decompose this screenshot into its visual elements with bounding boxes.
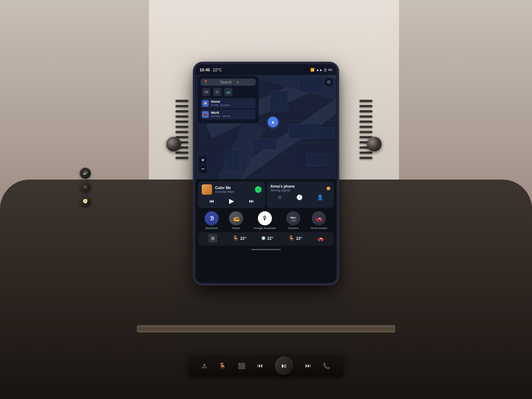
search-icon: 📍 <box>204 80 220 84</box>
vent-slat <box>175 151 188 154</box>
work-dest-icon: 💼 <box>202 111 209 118</box>
camera-app[interactable]: 📷 Camera <box>286 211 300 230</box>
left-vent <box>175 96 188 163</box>
work-dest-info: Work 16 min · 12 km <box>211 111 254 118</box>
infotainment-screen: 10:45 22°C 📶 ▲▲ ||| 4G 📍 Search <box>196 65 336 283</box>
radio-app-label: Radio <box>232 226 240 230</box>
location-icon: ▲ <box>268 117 278 127</box>
vent-slat <box>175 126 188 128</box>
play-control[interactable]: ▶ <box>229 197 234 205</box>
vent-slat <box>359 131 372 133</box>
passenger-temp-control[interactable]: 🪑 22° <box>288 235 302 241</box>
status-temperature: 22°C <box>213 68 222 72</box>
current-location-arrow: ▲ <box>268 117 278 127</box>
map-building <box>299 76 323 92</box>
passenger-seat-icon: 🪑 <box>288 235 294 241</box>
seat-heat-button[interactable]: 🪑 <box>219 362 226 369</box>
map-building <box>307 153 327 166</box>
music-info: Color Me Arizona Rain <box>215 186 255 194</box>
music-artist: Arizona Rain <box>215 190 255 194</box>
google-assistant-app[interactable]: 🎙 Google Assistant <box>254 211 276 230</box>
destination-home[interactable]: 🏠 Home 9 min · 6.4 km <box>201 98 256 108</box>
left-knob[interactable] <box>166 137 181 151</box>
steering-control[interactable]: 🚗 <box>317 235 324 241</box>
signal-status-icon: ||| <box>324 68 327 72</box>
nav-category-screen[interactable]: 📺 <box>224 88 232 96</box>
left-cluster: 🔊 ⚙ 🧭 <box>80 168 91 207</box>
music-service-icon: ♪ <box>255 186 262 193</box>
passenger-temp-value: 22° <box>296 236 302 241</box>
zoom-in-button[interactable]: + <box>199 156 207 164</box>
zoom-out-button[interactable]: − <box>199 165 207 173</box>
play-pause-button[interactable]: ⏯ <box>275 357 293 375</box>
wifi-status-icon: ▲▲ <box>316 68 323 72</box>
camera-app-label: Camera <box>288 226 299 230</box>
phone-button[interactable]: 📞 <box>323 362 330 369</box>
map-view[interactable]: 10:45 22°C 📶 ▲▲ ||| 4G 📍 Search <box>196 65 336 179</box>
next-track-control[interactable]: ⏭ <box>249 198 254 204</box>
music-header: Color Me Arizona Rain ♪ <box>202 184 262 195</box>
vent-slat <box>359 110 372 112</box>
drive-modes-app[interactable]: 🚗 Drive modes <box>311 211 327 230</box>
driver-temp-control[interactable]: 🪑 22° <box>232 235 246 241</box>
bluetooth-app-icon: ℬ <box>205 211 219 225</box>
drive-modes-app-icon: 🚗 <box>312 211 326 225</box>
bluetooth-app-label: Bluetooth <box>205 226 218 230</box>
right-knob[interactable] <box>367 137 382 151</box>
driver-temp-value: 22° <box>240 236 246 241</box>
google-assistant-app-icon: 🎙 <box>258 211 272 225</box>
music-title: Color Me <box>215 186 255 190</box>
physical-controls-strip: ⚠ 🪑 ⬛ ⏮ ⏯ ⏭ 📞 <box>188 355 344 377</box>
vent-slat <box>175 157 188 159</box>
vent-slat <box>175 115 188 117</box>
home-dest-detail: 9 min · 6.4 km <box>211 103 254 107</box>
album-art <box>202 184 212 195</box>
drive-modes-app-label: Drive modes <box>311 226 327 230</box>
settings-button[interactable]: ⚙ <box>80 182 91 193</box>
prev-track-button[interactable]: ⏮ <box>257 362 263 369</box>
nav-category-restaurant[interactable]: 🍽 <box>202 88 210 96</box>
nav-category-icons: 🍽 🛒 📺 <box>201 88 256 96</box>
recent-calls-button[interactable]: 🕐 <box>296 194 303 200</box>
home-dest-name: Home <box>211 100 254 103</box>
vent-slat <box>175 120 188 123</box>
wood-trim <box>137 325 395 332</box>
phone-panel[interactable]: Anna's phone Strong signal ☆ 🕐 👤 <box>267 181 334 208</box>
radio-app-icon: 📻 <box>229 211 243 225</box>
screen-toggle-button[interactable]: ⬛ <box>238 362 245 369</box>
status-bar: 10:45 22°C 📶 ▲▲ ||| 4G <box>196 65 336 75</box>
grid-icon: ⊞ <box>211 236 215 241</box>
music-panel[interactable]: Color Me Arizona Rain ♪ ⏮ ▶ ⏭ <box>198 181 265 208</box>
vent-slat <box>359 115 372 117</box>
work-dest-detail: 16 min · 12 km <box>211 115 254 118</box>
contacts-button[interactable]: 👤 <box>317 194 323 200</box>
right-vent <box>359 96 372 163</box>
zoom-controls: + − <box>199 156 207 174</box>
search-bar[interactable]: 📍 Search ∧ <box>201 79 256 86</box>
vent-slat <box>359 157 372 159</box>
destination-work[interactable]: 💼 Work 16 min · 12 km <box>201 109 256 119</box>
network-status-label: 4G <box>328 68 332 72</box>
nav-category-shopping[interactable]: 🛒 <box>213 88 221 96</box>
phone-actions: ☆ 🕐 👤 <box>270 194 330 200</box>
phone-signal: Strong signal <box>270 188 295 192</box>
radio-app[interactable]: 📻 Radio <box>229 211 243 230</box>
phone-header: Anna's phone Strong signal <box>270 184 330 192</box>
prev-track-control[interactable]: ⏮ <box>209 198 214 204</box>
hazard-button[interactable]: ⚠ <box>202 362 207 369</box>
fan-value: 22° <box>267 236 273 241</box>
work-dest-name: Work <box>211 111 254 115</box>
apps-grid-button[interactable]: ⊞ <box>208 234 217 243</box>
vent-slat <box>359 126 372 128</box>
volume-button[interactable]: 🔊 <box>80 168 91 179</box>
compass-button[interactable]: ⊙ <box>324 78 333 86</box>
fan-control[interactable]: ❋ 22° <box>261 235 273 241</box>
map-building <box>270 91 288 111</box>
nav-button[interactable]: 🧭 <box>80 196 91 207</box>
favorites-button[interactable]: ☆ <box>277 194 282 200</box>
bluetooth-app[interactable]: ℬ Bluetooth <box>205 211 219 230</box>
home-indicator[interactable] <box>251 249 281 250</box>
map-building <box>225 150 240 172</box>
vent-slat <box>359 151 372 154</box>
next-track-button[interactable]: ⏭ <box>305 362 311 369</box>
